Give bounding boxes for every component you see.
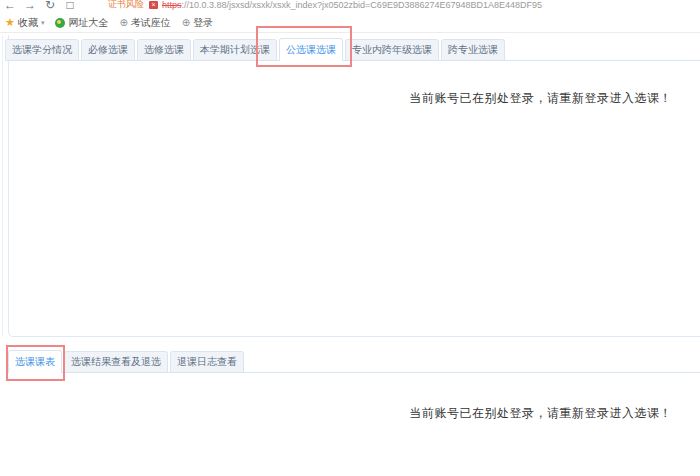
login-label: 登录 [193, 16, 213, 30]
tab-course-timetable-label: 选课课表 [15, 356, 55, 367]
url-scheme: https [162, 0, 182, 10]
url-bar[interactable]: 证书风险 × https://10.0.3.88/jsxsd/xsxk/xsxk… [108, 0, 542, 11]
bookmarks-bar: ★ 收藏 ▾ 网址大全 ⊕ 考试座位 ⊕ 登录 [0, 13, 700, 33]
tab-credit-status[interactable]: 选课学分情况 [5, 39, 79, 60]
tab-elective-courses[interactable]: 选修选课 [137, 39, 191, 60]
new-tab-icon[interactable]: □ [60, 0, 80, 12]
star-icon: ★ [5, 16, 15, 29]
site-favicon-icon [55, 18, 65, 28]
bookmark-login[interactable]: ⊕ 登录 [182, 16, 213, 30]
content-panel-border [8, 35, 700, 337]
login-elsewhere-message-bottom: 当前账号已在别处登录，请重新登录进入选课！ [410, 405, 673, 422]
globe-icon: ⊕ [119, 17, 127, 28]
certificate-error-icon: × [149, 1, 158, 9]
tab-public-elective-label: 公选课选课 [286, 44, 336, 55]
back-icon[interactable]: ← [0, 0, 20, 12]
tab-course-timetable[interactable]: 选课课表 [8, 350, 62, 373]
tab-cross-grade[interactable]: 专业内跨年级选课 [345, 39, 439, 60]
bookmark-exam-seat[interactable]: ⊕ 考试座位 [119, 16, 170, 30]
course-selection-panel: 选课学分情况 必修选课 选修选课 本学期计划选课 公选课选课 专业内跨年级选课 … [0, 32, 700, 341]
tab-withdraw-log[interactable]: 退课日志查看 [170, 351, 244, 372]
bookmark-nav-site[interactable]: 网址大全 [55, 16, 108, 30]
nav-site-label: 网址大全 [68, 16, 108, 30]
tab-selection-results[interactable]: 选课结果查看及退选 [64, 351, 168, 372]
tab-semester-plan[interactable]: 本学期计划选课 [193, 39, 277, 60]
certificate-risk-label[interactable]: 证书风险 [108, 0, 144, 11]
url-text: ://10.0.3.88/jsxsd/xsxk/xsxk_index?jx050… [182, 0, 542, 10]
bookmark-favorites[interactable]: ★ 收藏 ▾ [5, 16, 44, 30]
results-panel: 选课课表 选课结果查看及退选 退课日志查看 当前账号已在别处登录，请重新登录进入… [0, 341, 700, 476]
exam-seat-label: 考试座位 [131, 16, 171, 30]
panel-left-border [2, 35, 3, 337]
globe-icon: ⊕ [182, 17, 190, 28]
refresh-icon[interactable]: ↻ [40, 0, 60, 12]
results-tabbar: 选课课表 选课结果查看及退选 退课日志查看 [8, 348, 700, 373]
course-selection-tabbar: 选课学分情况 必修选课 选修选课 本学期计划选课 公选课选课 专业内跨年级选课 … [5, 36, 700, 61]
tab-required-courses[interactable]: 必修选课 [81, 39, 135, 60]
login-elsewhere-message-top: 当前账号已在别处登录，请重新登录进入选课！ [410, 90, 673, 107]
browser-nav-row: ← → ↻ □ 证书风险 × https://10.0.3.88/jsxsd/x… [0, 0, 700, 13]
chevron-down-icon: ▾ [41, 19, 45, 27]
tab-cross-major[interactable]: 跨专业选课 [441, 39, 505, 60]
tab-public-elective[interactable]: 公选课选课 [279, 38, 343, 61]
favorites-label: 收藏 [18, 16, 38, 30]
forward-icon[interactable]: → [20, 0, 40, 12]
